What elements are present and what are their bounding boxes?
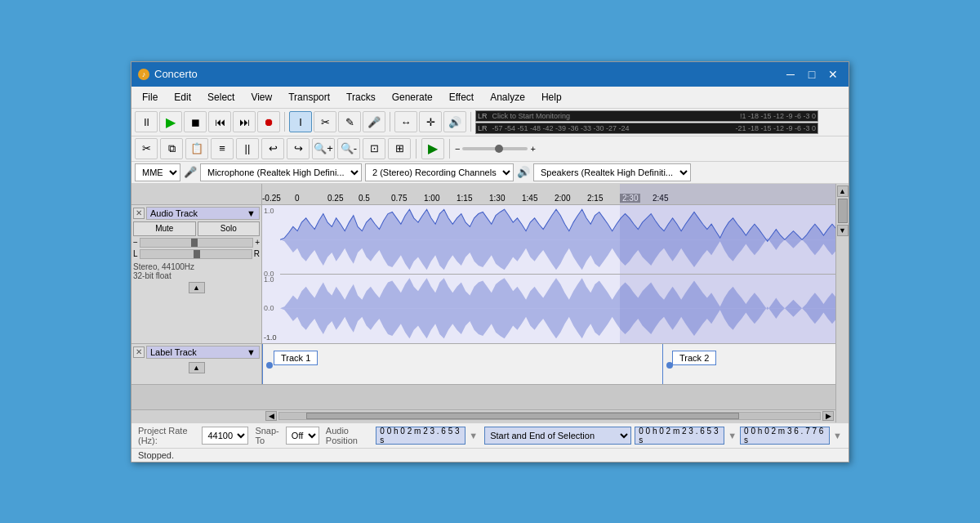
selection-type-select[interactable]: Start and End of Selection <box>484 427 631 445</box>
menu-select[interactable]: Select <box>200 88 242 106</box>
scroll-up-btn[interactable]: ▲ <box>837 186 849 197</box>
zoom-tool[interactable]: 🎤 <box>363 111 385 132</box>
audio-position-value[interactable]: 0 0 h 0 2 m 2 3 . 6 5 3 s <box>376 427 466 445</box>
solo-button[interactable]: Solo <box>198 221 261 236</box>
scale-2-top: 1.0 <box>264 275 280 284</box>
zoom-in-tool[interactable]: ↔ <box>394 111 417 132</box>
undo-button[interactable]: ↩ <box>261 138 284 159</box>
audio-track-row: ✕ Audio Track ▼ Mute Solo − <box>131 205 835 344</box>
input-device-select[interactable]: Microphone (Realtek High Defini... <box>200 163 362 181</box>
stop-button[interactable]: ◼ <box>184 111 207 132</box>
label1-handle[interactable] <box>266 362 273 369</box>
channels-select[interactable]: 2 (Stereo) Recording Channels <box>365 163 514 181</box>
next-button[interactable]: ⏭ <box>233 111 256 132</box>
redo-button[interactable]: ↪ <box>287 138 310 159</box>
scroll-down-btn[interactable]: ▼ <box>837 225 849 236</box>
scroll-right-btn[interactable]: ▶ <box>822 411 834 421</box>
select-tool[interactable]: I <box>289 111 312 132</box>
track-expand-btn[interactable]: ▲ <box>189 282 205 293</box>
draw-tool[interactable]: ✎ <box>338 111 361 132</box>
menu-tracks[interactable]: Tracks <box>339 88 383 106</box>
menu-view[interactable]: View <box>243 88 279 106</box>
menu-bar: File Edit Select View Transport Tracks G… <box>131 87 849 109</box>
stopped-bar: Stopped. <box>131 448 849 462</box>
ruler-tick-200: 2:00 <box>555 194 570 203</box>
envelope-tool[interactable]: ✂ <box>314 111 336 132</box>
paste-button[interactable]: 📋 <box>185 138 208 159</box>
copy-button[interactable]: ⧉ <box>160 138 183 159</box>
prev-button[interactable]: ⏮ <box>208 111 231 132</box>
output-level-meter[interactable]: LR -57 -54 -51 -48 -42 -39 -36 -33 -30 -… <box>475 123 818 134</box>
speaker-tool[interactable]: 🔊 <box>443 111 466 132</box>
ruler-tick-115: 1:15 <box>457 194 472 203</box>
label2-chip[interactable]: Track 2 <box>672 351 716 365</box>
snap-to-label: Snap-To <box>255 426 282 445</box>
timeline-ruler: -0.25 0 0.25 0.5 0.75 1:00 1:15 1:30 1:4… <box>131 184 835 205</box>
menu-analyze[interactable]: Analyze <box>483 88 532 106</box>
menu-help[interactable]: Help <box>534 88 569 106</box>
trim-button[interactable]: ≡ <box>211 138 234 159</box>
zoom-in-button[interactable]: 🔍+ <box>312 138 335 159</box>
selection-section: Start and End of Selection 0 0 h 0 2 m 2… <box>484 427 842 445</box>
status-bar: Project Rate (Hz): 44100 Snap-To Off Aud… <box>131 422 849 448</box>
menu-transport[interactable]: Transport <box>281 88 337 106</box>
volume-control[interactable] <box>462 147 528 150</box>
menu-generate[interactable]: Generate <box>385 88 440 106</box>
speaker-icon: 🔊 <box>517 166 530 178</box>
audio-track-close[interactable]: ✕ <box>133 208 145 219</box>
scale-1-mid: 0.0 <box>264 270 280 278</box>
output-device-select[interactable]: Speakers (Realtek High Definiti... <box>533 163 691 181</box>
mute-button[interactable]: Mute <box>133 221 196 236</box>
selection-end-value[interactable]: 0 0 h 0 2 m 3 6 . 7 7 6 s <box>740 427 830 445</box>
project-rate-label: Project Rate (Hz): <box>138 426 198 445</box>
fit-button[interactable]: ⊡ <box>363 138 385 159</box>
play-button[interactable]: ▶ <box>159 111 182 132</box>
input-level-meter[interactable]: LR Click to Start Monitoring !1 -18 -15 … <box>475 110 818 122</box>
audio-position-label: Audio Position <box>326 426 372 445</box>
vertical-scrollbar: ▲ ▼ <box>835 184 849 422</box>
tracks-container: ✕ Audio Track ▼ Mute Solo − <box>131 205 835 409</box>
silence-button[interactable]: || <box>236 138 259 159</box>
ruler-tick-075: 0.75 <box>391 194 407 203</box>
sep2 <box>390 112 390 132</box>
record-button[interactable]: ⏺ <box>257 111 280 132</box>
snap-to-select[interactable]: Off <box>286 427 319 445</box>
audio-host-select[interactable]: MME <box>135 163 180 181</box>
start-dropdown-arrow: ▼ <box>728 431 737 440</box>
pause-button[interactable]: ⏸ <box>135 111 158 132</box>
label-track-expand[interactable]: ▲ <box>189 362 205 373</box>
label-track-row: ✕ Label Track ▼ ▲ Track 1 <box>131 344 835 385</box>
ruler-tick-0: 0 <box>295 194 300 203</box>
close-button[interactable]: ✕ <box>824 67 842 82</box>
transport-toolbar: ⏸ ▶ ◼ ⏮ ⏭ ⏺ I ✂ ✎ 🎤 ↔ ✛ 🔊 LR Click to St… <box>131 109 849 136</box>
menu-file[interactable]: File <box>135 88 165 106</box>
audio-track-name-btn[interactable]: Audio Track ▼ <box>146 207 260 220</box>
label1-chip[interactable]: Track 1 <box>274 351 318 365</box>
scale-1-bot: -1.0 <box>264 333 280 342</box>
svg-marker-3 <box>280 306 835 338</box>
play-green-button[interactable]: ▶ <box>421 138 444 159</box>
scroll-v-thumb[interactable] <box>838 199 848 223</box>
zoom-out-button[interactable]: 🔍- <box>337 138 360 159</box>
scroll-left-btn[interactable]: ◀ <box>265 411 277 421</box>
menu-effect[interactable]: Effect <box>442 88 481 106</box>
cut-button[interactable]: ✂ <box>135 138 158 159</box>
ruler-tick-145: 1:45 <box>522 194 537 203</box>
label-track-name-btn[interactable]: Label Track ▼ <box>146 346 260 359</box>
menu-edit[interactable]: Edit <box>167 88 198 106</box>
scroll-h-track[interactable] <box>278 412 821 420</box>
label-area[interactable]: Track 1 Track 2 <box>262 344 835 384</box>
label-track-close[interactable]: ✕ <box>133 346 145 358</box>
project-rate-select[interactable]: 44100 <box>202 427 248 445</box>
pan-slider[interactable] <box>140 249 252 259</box>
gain-slider[interactable] <box>140 238 253 248</box>
maximize-button[interactable]: □ <box>803 67 821 82</box>
ruler-area[interactable]: -0.25 0 0.25 0.5 0.75 1:00 1:15 1:30 1:4… <box>262 184 835 204</box>
selection-start-value[interactable]: 0 0 h 0 2 m 2 3 . 6 5 3 s <box>635 427 724 445</box>
multi-tool[interactable]: ✛ <box>419 111 442 132</box>
scroll-h-thumb[interactable] <box>306 413 739 419</box>
svg-marker-1 <box>280 238 835 270</box>
fit-v-button[interactable]: ⊞ <box>388 138 411 159</box>
minimize-button[interactable]: ─ <box>782 67 800 82</box>
audio-waveform-area[interactable]: 1.0 0.0 -1.0 <box>262 205 835 343</box>
